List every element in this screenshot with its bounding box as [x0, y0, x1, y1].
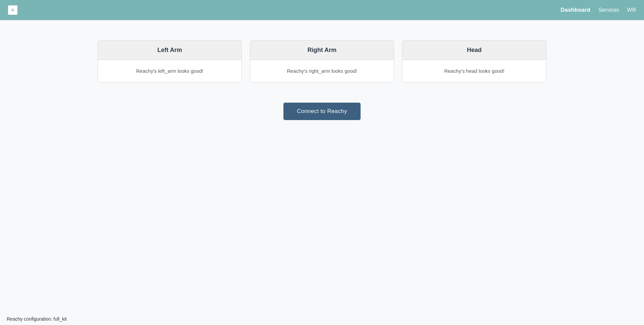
- nav-wifi[interactable]: Wifi: [627, 7, 636, 13]
- left-arm-card-header: Left Arm: [98, 41, 241, 60]
- nav-dashboard[interactable]: Dashboard: [560, 7, 590, 13]
- right-arm-status-text: Reachy's right_arm looks good!: [287, 68, 357, 74]
- config-text: Reachy configuration: full_kit: [7, 316, 67, 322]
- main-content: Left Arm Reachy's left_arm looks good! R…: [0, 20, 644, 313]
- connect-to-reachy-button[interactable]: Connect to Reachy: [283, 103, 361, 120]
- head-status-text: Reachy's head looks good!: [444, 68, 504, 74]
- head-card-header: Head: [402, 41, 546, 60]
- right-arm-card-header: Right Arm: [250, 41, 394, 60]
- head-card-title: Head: [411, 47, 538, 54]
- head-card-body: Reachy's head looks good!: [402, 60, 546, 82]
- left-arm-card: Left Arm Reachy's left_arm looks good!: [98, 40, 242, 83]
- right-arm-card-body: Reachy's right_arm looks good!: [250, 60, 394, 82]
- nav-services[interactable]: Services: [598, 7, 619, 13]
- footer: Reachy configuration: full_kit: [0, 313, 644, 325]
- logo: R: [8, 5, 17, 15]
- left-arm-card-title: Left Arm: [106, 47, 233, 54]
- header: R Dashboard Services Wifi: [0, 0, 644, 20]
- main-nav: Dashboard Services Wifi: [560, 7, 636, 13]
- status-cards-row: Left Arm Reachy's left_arm looks good! R…: [80, 40, 564, 83]
- left-arm-card-body: Reachy's left_arm looks good!: [98, 60, 241, 82]
- right-arm-card-title: Right Arm: [258, 47, 386, 54]
- right-arm-card: Right Arm Reachy's right_arm looks good!: [250, 40, 394, 83]
- left-arm-status-text: Reachy's left_arm looks good!: [136, 68, 203, 74]
- head-card: Head Reachy's head looks good!: [402, 40, 546, 83]
